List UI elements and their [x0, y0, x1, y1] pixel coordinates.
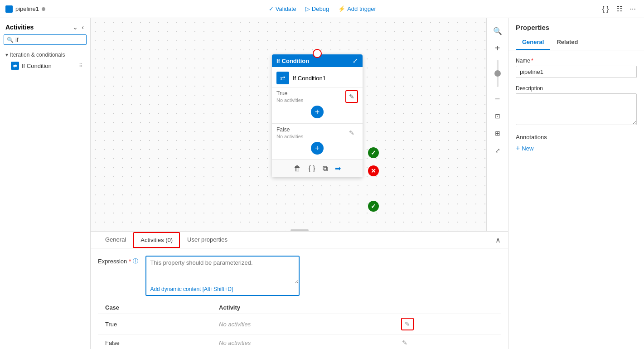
- true-branch-sub: No activities: [276, 97, 303, 103]
- section-label: Iteration & conditionals: [10, 52, 65, 58]
- activities-sidebar: Activities ⌄ ‹ 🔍 ▾ Iteration & condition…: [0, 18, 91, 349]
- canvas-zoom-slider[interactable]: [497, 60, 499, 87]
- canvas-search-btn[interactable]: 🔍: [490, 24, 505, 38]
- false-branch-label: False: [276, 126, 303, 133]
- false-branch-row: False No activities ✎: [276, 126, 358, 139]
- tab-user-properties[interactable]: User properties: [180, 232, 235, 248]
- add-trigger-button[interactable]: ⚡ Add trigger: [334, 4, 380, 14]
- true-case-edit-btn[interactable]: ✎: [401, 318, 414, 330]
- center-area: If Condition ⤢ ⇄ If Condition1 True No: [91, 18, 508, 349]
- true-branch-add-btn[interactable]: +: [311, 106, 324, 118]
- sidebar-close-btn[interactable]: ‹: [81, 23, 85, 32]
- validate-button[interactable]: ✓ Validate: [265, 4, 300, 14]
- table-row: False No activities ✎: [98, 334, 501, 349]
- true-check-icon: ✓: [368, 147, 379, 158]
- case-table: Case Activity True No activities ✎: [98, 301, 501, 349]
- code-view-button[interactable]: { }: [600, 3, 612, 15]
- expression-textarea-wrap: Add dynamic content [Alt+Shift+D]: [145, 256, 300, 296]
- case-false-label: False: [98, 334, 212, 349]
- name-required-star: *: [531, 58, 533, 64]
- sidebar-collapse-btn[interactable]: ⌄: [72, 23, 79, 32]
- properties-panel: Properties General Related Name *: [508, 18, 644, 349]
- false-x-icon: ✕: [368, 165, 379, 176]
- search-input[interactable]: [15, 36, 83, 43]
- prop-tab-general[interactable]: General: [516, 35, 550, 50]
- prop-annotations-section: Annotations + New: [516, 134, 637, 152]
- true-action-cell: ✎: [394, 314, 501, 334]
- annotations-label: Annotations: [516, 134, 637, 141]
- pipeline-icon: [5, 5, 13, 13]
- bottom-panel-collapse-btn[interactable]: ∧: [495, 236, 501, 244]
- bottom-panel-tabs: General Activities (0) User properties ∧: [91, 232, 508, 248]
- description-textarea[interactable]: [516, 93, 637, 125]
- more-options-button[interactable]: ···: [627, 3, 639, 15]
- main-layout: Activities ⌄ ‹ 🔍 ▾ Iteration & condition…: [0, 18, 644, 349]
- activity-col-header: Activity: [212, 301, 394, 314]
- plus-icon: +: [516, 144, 520, 152]
- case-table-header-row: Case Activity: [98, 301, 501, 314]
- bottom-panel-content: Expression * ⓘ Add dynamic content [Alt+…: [91, 248, 508, 349]
- canvas[interactable]: If Condition ⤢ ⇄ If Condition1 True No: [91, 18, 508, 231]
- card-delete-btn[interactable]: 🗑: [293, 164, 302, 174]
- trigger-icon: ⚡: [338, 5, 345, 12]
- sidebar-item-ifcondition[interactable]: ⇄ If Condition ⠿: [4, 59, 87, 72]
- top-connector: [313, 49, 322, 58]
- if-card-expand-btn[interactable]: ⤢: [353, 57, 358, 64]
- sidebar-title: Activities: [5, 24, 34, 31]
- canvas-zoom-out-btn[interactable]: −: [490, 92, 505, 106]
- sidebar-header-icons: ⌄ ‹: [72, 23, 85, 32]
- section-chevron-icon: ▾: [5, 52, 8, 58]
- prop-tab-related[interactable]: Related: [550, 35, 584, 50]
- canvas-fit-btn[interactable]: ⊡: [490, 109, 505, 123]
- canvas-zoom-in-btn[interactable]: +: [490, 41, 505, 55]
- tab-general[interactable]: General: [98, 232, 133, 248]
- card-copy-btn[interactable]: ⧉: [322, 164, 329, 174]
- search-icon: 🔍: [7, 37, 14, 43]
- prop-name-label: Name *: [516, 58, 637, 64]
- dynamic-content-link[interactable]: Add dynamic content [Alt+Shift+D]: [146, 285, 299, 295]
- table-view-button[interactable]: ☷: [614, 3, 625, 15]
- false-case-edit-btn[interactable]: ✎: [401, 338, 408, 347]
- expression-row: Expression * ⓘ Add dynamic content [Alt+…: [98, 256, 501, 296]
- if-card-bottom: 🗑 { } ⧉ ➡: [272, 159, 363, 177]
- true-activity-value: No activities: [212, 314, 394, 334]
- name-input[interactable]: [516, 66, 637, 78]
- drag-handle-icon: ⠿: [79, 63, 83, 69]
- if-card-header-icons: ⤢: [353, 57, 358, 64]
- search-box[interactable]: 🔍: [4, 34, 87, 45]
- false-activity-value: No activities: [212, 334, 394, 349]
- debug-button[interactable]: ▷ Debug: [302, 4, 333, 14]
- expression-info-icon[interactable]: ⓘ: [133, 257, 138, 265]
- add-annotation-button[interactable]: + New: [516, 144, 533, 152]
- true-branch-info: True No activities: [276, 90, 303, 103]
- top-bar: pipeline1 ✓ Validate ▷ Debug ⚡ Add trigg…: [0, 0, 644, 18]
- card-code-btn[interactable]: { }: [307, 164, 316, 174]
- card-next-btn[interactable]: ➡: [334, 163, 342, 174]
- sidebar-header: Activities ⌄ ‹: [0, 18, 90, 34]
- canvas-fullscreen-btn[interactable]: ⤢: [490, 143, 505, 158]
- pipeline-title-area: pipeline1: [5, 5, 45, 13]
- properties-tabs: General Related: [516, 35, 637, 50]
- if-condition-card: If Condition ⤢ ⇄ If Condition1 True No: [272, 54, 363, 177]
- validate-icon: ✓: [269, 5, 274, 12]
- prop-description-label: Description: [516, 85, 637, 92]
- if-card-header-label: If Condition: [276, 58, 309, 64]
- true-branch-label: True: [276, 90, 303, 97]
- false-branch-info: False No activities: [276, 126, 303, 139]
- true-branch-edit-btn[interactable]: ✎: [345, 90, 358, 103]
- action-col-header: [394, 301, 501, 314]
- false-branch-add-btn[interactable]: +: [311, 142, 324, 155]
- canvas-grid-btn[interactable]: ⊞: [490, 126, 505, 141]
- false-branch-sub: No activities: [276, 134, 303, 139]
- sidebar-section-iteration: ▾ Iteration & conditionals ⇄ If Conditio…: [0, 48, 90, 74]
- properties-content: Name * Description Annotations + New: [508, 50, 644, 349]
- canvas-toolbar: 🔍 + − ⊡ ⊞ ⤢: [486, 18, 508, 231]
- false-branch-edit-btn[interactable]: ✎: [345, 126, 358, 139]
- expression-textarea[interactable]: [146, 257, 299, 284]
- prop-description-section: Description: [516, 85, 637, 126]
- tab-activities[interactable]: Activities (0): [133, 232, 180, 248]
- section-header-iteration[interactable]: ▾ Iteration & conditionals: [4, 50, 87, 59]
- true-branch: True No activities ✎ +: [272, 87, 363, 123]
- sidebar-item-label: If Condition: [22, 63, 52, 69]
- expression-label: Expression * ⓘ: [98, 256, 138, 265]
